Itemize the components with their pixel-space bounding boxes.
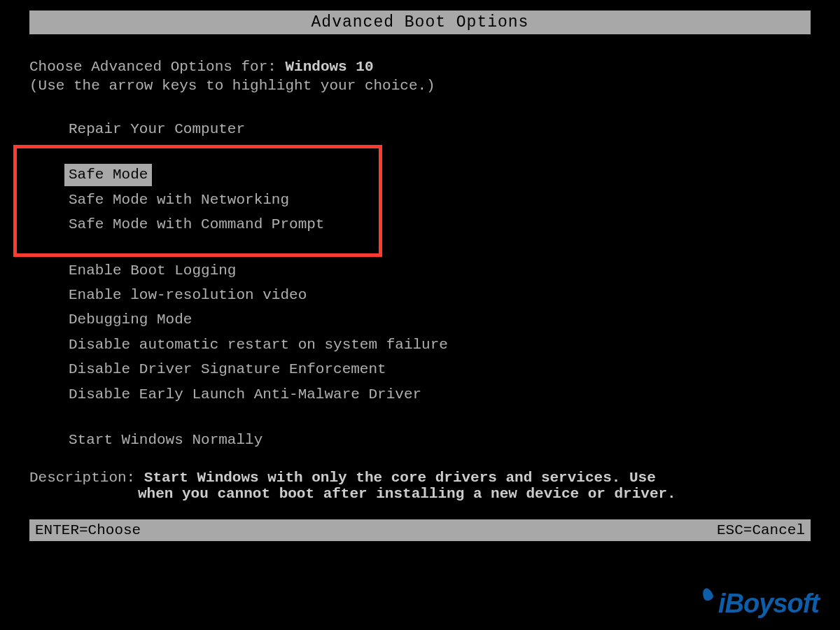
options-area: Repair Your ComputerSafe ModeSafe Mode w… bbox=[29, 118, 811, 454]
title-text: Advanced Boot Options bbox=[312, 13, 529, 31]
footer-bar: ENTER=Choose ESC=Cancel bbox=[29, 519, 811, 541]
boot-option[interactable]: Safe Mode with Command Prompt bbox=[64, 214, 328, 235]
os-name: Windows 10 bbox=[285, 59, 373, 75]
droplet-icon bbox=[701, 587, 714, 602]
boot-option[interactable]: Safe Mode bbox=[64, 164, 152, 186]
description-text-line1: Start Windows with only the core drivers… bbox=[144, 470, 656, 486]
boot-option[interactable]: Repair Your Computer bbox=[64, 118, 249, 140]
boot-option[interactable]: Safe Mode with Networking bbox=[64, 189, 293, 211]
hint-line: (Use the arrow keys to highlight your ch… bbox=[29, 78, 811, 94]
boot-option[interactable]: Enable low-resolution video bbox=[64, 284, 311, 306]
boot-option[interactable]: Debugging Mode bbox=[64, 309, 196, 330]
boot-option[interactable]: Disable Early Launch Anti-Malware Driver bbox=[64, 384, 426, 405]
boot-option[interactable]: Enable Boot Logging bbox=[64, 260, 240, 281]
instruction-line: Choose Advanced Options for: Windows 10 bbox=[29, 59, 811, 75]
watermark-text: iBoysoft bbox=[718, 589, 819, 618]
group-spacer bbox=[64, 408, 811, 429]
boot-option[interactable]: Start Windows Normally bbox=[64, 429, 267, 451]
group-spacer bbox=[64, 143, 811, 164]
footer-esc: ESC=Cancel bbox=[717, 522, 805, 538]
content-area: Choose Advanced Options for: Windows 10 … bbox=[0, 34, 840, 454]
boot-option[interactable]: Disable Driver Signature Enforcement bbox=[64, 358, 391, 380]
instruction-prefix: Choose Advanced Options for: bbox=[29, 59, 285, 75]
watermark-logo: iBoysoft bbox=[707, 589, 819, 619]
title-bar: Advanced Boot Options bbox=[29, 10, 811, 34]
description-label: Description: bbox=[29, 470, 144, 486]
footer-enter: ENTER=Choose bbox=[35, 522, 141, 538]
boot-option[interactable]: Disable automatic restart on system fail… bbox=[64, 334, 452, 356]
description-text-line2: when you cannot boot after installing a … bbox=[29, 486, 811, 502]
description-section: Description: Start Windows with only the… bbox=[0, 470, 840, 502]
group-spacer bbox=[64, 239, 811, 260]
